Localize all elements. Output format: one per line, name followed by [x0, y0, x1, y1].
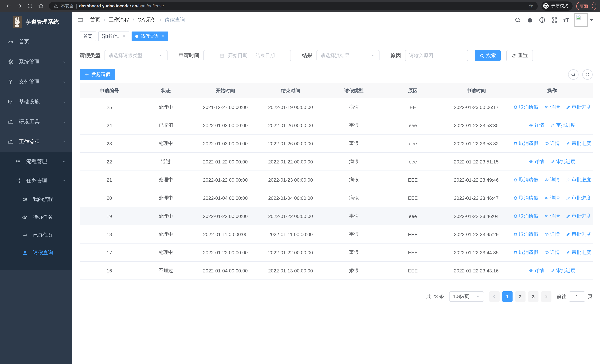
sidebar-collapse-icon[interactable] [77, 17, 84, 23]
action-cancel-link[interactable]: 取消请假 [513, 249, 538, 256]
cell-type: 事假 [323, 225, 385, 243]
breadcrumb-workflow[interactable]: 工作流程 [109, 17, 129, 23]
github-icon[interactable] [527, 17, 534, 23]
cell-id: 16 [80, 262, 139, 280]
tab-leave-query[interactable]: 请假查询✕ [131, 31, 168, 41]
action-detail-link[interactable]: 详情 [544, 231, 560, 238]
browser-back-button[interactable] [4, 1, 13, 10]
action-cancel-link[interactable]: 取消请假 [513, 213, 538, 219]
action-detail-link[interactable]: 详情 [544, 249, 560, 256]
refresh-icon [511, 53, 516, 58]
create-leave-button[interactable]: 发起请假 [80, 69, 115, 80]
close-icon[interactable]: ✕ [122, 34, 126, 38]
action-progress-link[interactable]: 审批进度 [566, 177, 591, 183]
sidebar-item-process-mgmt[interactable]: 流程管理 [0, 152, 72, 171]
row-actions: 详情审批进度 [511, 153, 593, 170]
search-icon[interactable] [515, 17, 521, 23]
sidebar-item-task-mgmt[interactable]: 任务管理 [0, 171, 72, 191]
cell-id: 24 [80, 116, 139, 134]
sidebar-item-my-process[interactable]: 我的流程 [0, 191, 72, 208]
browser-update-button[interactable]: 更新 [576, 2, 596, 10]
font-size-icon[interactable]: TT [563, 17, 569, 23]
cell-start: 2022-01-03 00:00:00 [193, 116, 258, 134]
browser-forward-button[interactable] [14, 1, 24, 10]
action-detail-link[interactable]: 详情 [544, 177, 560, 183]
sidebar: 芋道管理系统 首页 系统管理 ¥ 支付管理 基础设施 [0, 12, 72, 364]
sidebar-item-leave-query[interactable]: 请假查询 [0, 244, 72, 262]
action-detail-link[interactable]: 详情 [529, 158, 544, 165]
cell-end: 2022-01-23 00:00:00 [258, 171, 323, 189]
logo[interactable]: 芋道管理系统 [0, 12, 72, 32]
address-bar[interactable]: 不安全 dashboard.yudao.iocoder.cn/bpm/oa/le… [49, 2, 538, 10]
action-detail-link[interactable]: 详情 [544, 140, 560, 147]
browser-menu-icon[interactable] [592, 4, 593, 8]
tab-process-detail[interactable]: 流程详情✕ [98, 31, 129, 41]
chevron-down-icon [62, 120, 66, 124]
search-button[interactable]: 搜索 [475, 50, 501, 61]
result-select[interactable]: 请选择流结果 [317, 50, 379, 61]
action-cancel-link[interactable]: 取消请假 [513, 231, 538, 238]
cell-apply: 2022-01-22 23:49:46 [441, 171, 511, 189]
toggle-search-button[interactable] [568, 69, 579, 80]
browser-home-button[interactable] [36, 1, 45, 10]
action-progress-link[interactable]: 审批进度 [566, 231, 591, 238]
reason-input[interactable]: 请输入原因 [405, 50, 468, 61]
chevron-down-icon [371, 53, 375, 58]
sidebar-item-payment[interactable]: ¥ 支付管理 [0, 72, 72, 92]
action-cancel-link[interactable]: 取消请假 [513, 177, 538, 183]
goto-page-input[interactable] [569, 291, 585, 302]
action-progress-link[interactable]: 审批进度 [550, 267, 575, 274]
pencil-icon [566, 250, 570, 255]
sidebar-item-home[interactable]: 首页 [0, 32, 72, 52]
next-page-button[interactable] [541, 291, 552, 302]
sidebar-item-done-tasks[interactable]: 已办任务 [0, 226, 72, 244]
page-button-2[interactable]: 2 [515, 291, 525, 302]
action-progress-link[interactable]: 审批进度 [550, 122, 575, 129]
action-progress-link[interactable]: 审批进度 [566, 213, 591, 219]
action-cancel-link[interactable]: 取消请假 [513, 140, 538, 147]
breadcrumb-home[interactable]: 首页 [90, 17, 100, 23]
prev-page-button[interactable] [489, 291, 500, 302]
action-detail-link[interactable]: 详情 [529, 122, 544, 129]
tab-home[interactable]: 首页 [80, 31, 96, 41]
table-row: 23处理中2022-01-03 00:00:002022-01-26 00:00… [80, 135, 593, 153]
sidebar-item-system[interactable]: 系统管理 [0, 52, 72, 72]
page-button-3[interactable]: 3 [528, 291, 538, 302]
sidebar-item-infrastructure[interactable]: 基础设施 [0, 92, 72, 112]
action-progress-link[interactable]: 审批进度 [566, 195, 591, 201]
refresh-table-button[interactable] [582, 69, 593, 80]
leave-type-select[interactable]: 请选择请假类型 [104, 50, 168, 61]
browser-reload-button[interactable] [25, 1, 35, 10]
row-actions: 取消请假详情审批进度 [511, 207, 593, 225]
action-detail-link[interactable]: 详情 [544, 195, 560, 201]
action-progress-link[interactable]: 审批进度 [550, 158, 575, 165]
close-icon[interactable]: ✕ [161, 34, 165, 38]
avatar[interactable] [574, 13, 593, 27]
reset-button[interactable]: 重置 [506, 50, 533, 61]
trash-icon [513, 196, 517, 200]
fullscreen-icon[interactable] [551, 17, 558, 23]
sidebar-item-workflow[interactable]: 工作流程 [0, 132, 72, 152]
bookmark-star-icon[interactable]: ☆ [528, 3, 533, 9]
help-icon[interactable] [539, 17, 546, 23]
sidebar-item-devtools[interactable]: 研发工具 [0, 112, 72, 132]
incognito-icon [542, 3, 549, 9]
page-unit: 页 [588, 293, 593, 300]
user-icon [21, 250, 28, 256]
action-detail-link[interactable]: 详情 [544, 104, 560, 111]
action-detail-link[interactable]: 详情 [529, 267, 544, 274]
sidebar-item-todo-tasks[interactable]: 待办任务 [0, 208, 72, 226]
action-detail-link[interactable]: 详情 [544, 213, 560, 219]
apply-time-range-picker[interactable]: 开始日期 - 结束日期 [204, 50, 291, 61]
pencil-icon [566, 141, 570, 146]
pencil-icon [566, 105, 570, 109]
cell-reason: eee [385, 207, 441, 225]
action-progress-link[interactable]: 审批进度 [566, 249, 591, 256]
breadcrumb-oa[interactable]: OA 示例 [138, 17, 157, 23]
action-cancel-link[interactable]: 取消请假 [513, 195, 538, 201]
action-progress-link[interactable]: 审批进度 [566, 104, 591, 111]
page-button-1[interactable]: 1 [502, 291, 513, 302]
action-cancel-link[interactable]: 取消请假 [513, 104, 538, 111]
page-size-select[interactable]: 10条/页 [449, 291, 484, 302]
action-progress-link[interactable]: 审批进度 [566, 140, 591, 147]
